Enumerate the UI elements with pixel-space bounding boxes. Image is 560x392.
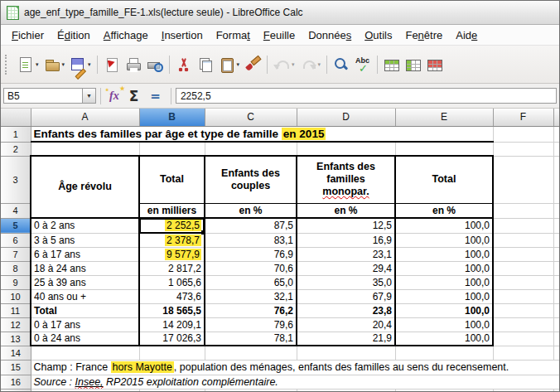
cell-B4-unit[interactable]: en milliers [139, 203, 205, 218]
column-header-a[interactable]: A [31, 109, 139, 126]
column-header-d[interactable]: D [297, 109, 395, 126]
cell-C8[interactable]: 70,6 [205, 261, 297, 275]
cell-C10[interactable]: 32,1 [205, 289, 297, 303]
cell-D9[interactable]: 35,0 [297, 275, 395, 289]
row-header-1[interactable]: 1 [1, 126, 31, 142]
toolbar-insert-columns-button[interactable] [403, 55, 423, 75]
cell-D11[interactable]: 23,8 [297, 303, 395, 317]
cell-B12[interactable]: 14 209,1 [139, 317, 205, 332]
cell-E5[interactable]: 100,0 [395, 218, 493, 233]
name-box[interactable]: B5 [3, 88, 83, 104]
toolbar-open-button[interactable]: ▾ [42, 55, 67, 75]
cell-A5[interactable]: 0 à 2 ans [31, 218, 139, 233]
cell-C6[interactable]: 83,1 [205, 233, 297, 247]
row-header-10[interactable]: 10 [1, 289, 31, 303]
dropdown-arrow-icon[interactable]: ▾ [36, 61, 39, 68]
toolbar-paste-button[interactable]: ▾ [217, 55, 242, 75]
toolbar-redo-button[interactable]: ▾ [298, 55, 323, 75]
row-header-4[interactable]: 4 [1, 203, 31, 218]
cell-E13[interactable]: 100,0 [395, 332, 493, 346]
cell-B5-selected[interactable]: 2 252,5 [139, 218, 205, 233]
cell-F1[interactable] [493, 126, 553, 142]
row-header-16[interactable]: 16 [1, 375, 31, 389]
name-box-dropdown-icon[interactable]: ▼ [83, 88, 96, 104]
row-header-3[interactable]: 3 [1, 156, 31, 203]
column-header-c[interactable]: C [205, 109, 297, 126]
cell-A7[interactable]: 6 à 17 ans [31, 247, 139, 261]
toolbar-insert-rows-button[interactable] [382, 55, 402, 75]
menu-fichier[interactable]: Fichier [5, 27, 51, 43]
cell-C9[interactable]: 65,0 [205, 275, 297, 289]
row-header-12[interactable]: 12 [1, 317, 31, 332]
cell-D12[interactable]: 20,4 [297, 317, 395, 332]
cell-E9[interactable]: 100,0 [395, 275, 493, 289]
menu-outils[interactable]: Outils [358, 27, 398, 43]
cell-D13[interactable]: 21,9 [297, 332, 395, 346]
row-header-8[interactable]: 8 [1, 261, 31, 275]
toolbar-spelling-button[interactable] [353, 55, 373, 75]
toolbar-clone-formatting-button[interactable] [243, 55, 263, 75]
cell-D3-enfants-monopar[interactable]: Enfants des familles monopar. [297, 156, 395, 203]
cell-A10[interactable]: 40 ans ou + [31, 289, 139, 303]
column-header-e[interactable]: E [395, 109, 493, 126]
cell-E10[interactable]: 100,0 [395, 289, 493, 303]
cell-E4-unit[interactable]: en % [395, 203, 493, 218]
menu-édition[interactable]: Édition [51, 27, 97, 43]
cell-B7[interactable]: 9 577,9 [139, 247, 205, 261]
row-header-2[interactable]: 2 [1, 142, 31, 156]
cell-A9[interactable]: 25 à 39 ans [31, 275, 139, 289]
cell-C13[interactable]: 78,1 [205, 332, 297, 346]
cell-A6[interactable]: 3 à 5 ans [31, 233, 139, 247]
cell-C5[interactable]: 87,5 [205, 218, 297, 233]
row-header-7[interactable]: 7 [1, 247, 31, 261]
cell-A1-title[interactable]: Enfants des familles par âge et type de … [31, 126, 493, 142]
toolbar-undo-button[interactable]: ▾ [272, 55, 297, 75]
column-header-b[interactable]: B [139, 109, 205, 126]
dropdown-arrow-icon[interactable]: ▾ [88, 61, 91, 68]
cell-D5[interactable]: 12,5 [297, 218, 395, 233]
cell-D4-unit[interactable]: en % [297, 203, 395, 218]
cell-A13[interactable]: 0 à 24 ans [31, 332, 139, 346]
input-line[interactable]: 2252,5 [176, 88, 557, 104]
row-header-11[interactable]: 11 [1, 303, 31, 317]
cell-A11-total[interactable]: Total [31, 303, 139, 317]
dropdown-arrow-icon[interactable]: ▾ [237, 61, 240, 68]
cell-A8[interactable]: 18 à 24 ans [31, 261, 139, 275]
menu-données[interactable]: Données [302, 27, 358, 43]
cell-B11[interactable]: 18 565,5 [139, 303, 205, 317]
row-header-5[interactable]: 5 [1, 218, 31, 233]
cell-E8[interactable]: 100,0 [395, 261, 493, 275]
cell-E12[interactable]: 100,0 [395, 317, 493, 332]
toolbar-save-button[interactable]: ▾ [68, 55, 93, 75]
cell-A17[interactable] [31, 389, 139, 392]
toolbar-new-document-button[interactable]: ▾ [16, 55, 41, 75]
cell-B8[interactable]: 2 817,2 [139, 261, 205, 275]
toolbar-copy-button[interactable] [196, 55, 215, 75]
cell-A3-age-revolu[interactable]: Âge révolu [31, 156, 139, 218]
toolbar-delete-rows-button[interactable] [425, 55, 445, 75]
cell-B10[interactable]: 473,6 [139, 289, 205, 303]
cell-B6[interactable]: 2 378,7 [139, 233, 205, 247]
cell-C11[interactable]: 76,2 [205, 303, 297, 317]
menu-format[interactable]: Format [210, 27, 257, 43]
menu-aide[interactable]: Aide [449, 27, 484, 43]
sum-icon[interactable]: Σ [123, 88, 145, 104]
row-header-9[interactable]: 9 [1, 275, 31, 289]
toolbar-grip[interactable] [5, 55, 10, 75]
cell-D8[interactable]: 29,4 [297, 261, 395, 275]
row-header-15[interactable]: 15 [1, 360, 31, 375]
menu-insertion[interactable]: Insertion [155, 27, 210, 43]
toolbar-cut-button[interactable] [174, 55, 194, 75]
row-header-14[interactable]: 14 [1, 346, 31, 360]
menu-feuille[interactable]: Feuille [257, 27, 302, 43]
cell-D7[interactable]: 23,1 [297, 247, 395, 261]
cell-E11[interactable]: 100,0 [395, 303, 493, 317]
cell-C4-unit[interactable]: en % [205, 203, 297, 218]
cell-D6[interactable]: 16,9 [297, 233, 395, 247]
dropdown-arrow-icon[interactable]: ▾ [318, 61, 321, 68]
toolbar-export-pdf-button[interactable] [102, 55, 122, 75]
cell-E3-total-pct[interactable]: Total [395, 156, 493, 203]
cell-A15-champ-note[interactable]: Champ : France hors Mayotte, population … [31, 360, 560, 375]
cell-A12[interactable]: 0 à 17 ans [31, 317, 139, 332]
column-header-f[interactable]: F [493, 109, 553, 126]
